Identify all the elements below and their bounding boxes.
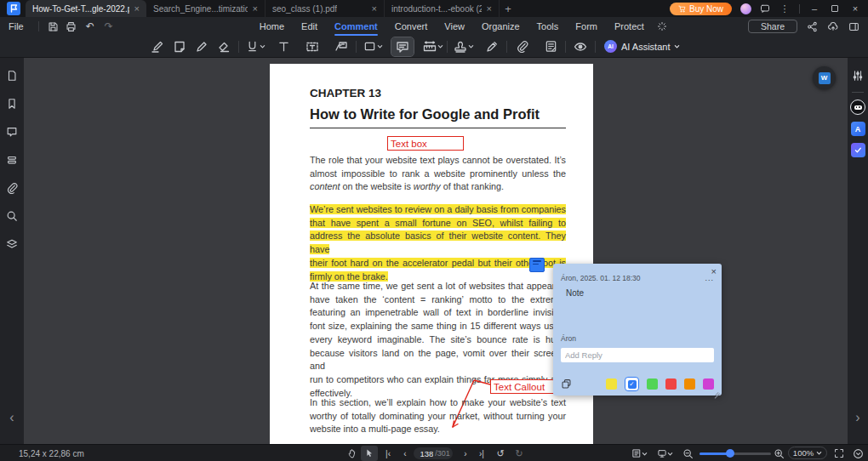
search-panel-icon[interactable] — [3, 207, 21, 225]
fullscreen-icon[interactable] — [831, 445, 848, 461]
comment-summary-tool-icon[interactable] — [540, 37, 562, 56]
shapes-caret-icon[interactable] — [377, 43, 383, 49]
attachments-panel-icon[interactable] — [3, 179, 21, 197]
textbox-annotation[interactable]: Text box — [387, 136, 464, 151]
ai-translate-icon[interactable]: A — [851, 122, 865, 136]
menu-view[interactable]: View — [436, 17, 473, 36]
minimize-button[interactable]: – — [808, 3, 820, 14]
pencil-tool-icon[interactable] — [191, 37, 213, 56]
maximize-button[interactable] — [829, 3, 841, 14]
undo-icon[interactable]: ↶ — [81, 20, 100, 32]
note-color-orange[interactable] — [684, 378, 695, 390]
previous-page-icon[interactable]: ‹ — [397, 445, 414, 461]
rotate-left-icon[interactable]: ↺ — [492, 445, 509, 461]
current-page-input[interactable] — [416, 449, 433, 458]
menu-organize[interactable]: Organize — [473, 17, 528, 36]
next-page-icon[interactable]: › — [457, 445, 474, 461]
text-callout-tool-icon[interactable] — [330, 37, 352, 56]
stamp-caret-icon[interactable] — [468, 43, 474, 49]
menu-comment[interactable]: Comment — [326, 17, 386, 36]
outline-panel-icon[interactable] — [3, 151, 21, 169]
menu-home[interactable]: Home — [251, 17, 293, 36]
comment-tool-icon[interactable] — [391, 37, 414, 56]
comments-panel-icon[interactable] — [3, 122, 21, 141]
note-color-red[interactable] — [665, 378, 677, 390]
collapse-right-rail-icon[interactable]: › — [848, 410, 868, 425]
copy-note-icon[interactable] — [561, 378, 572, 390]
hand-tool-icon[interactable] — [344, 445, 361, 461]
reply-input[interactable] — [561, 348, 714, 362]
note-color-blue-selected[interactable]: ✓ — [625, 377, 639, 391]
save-icon[interactable] — [45, 21, 62, 32]
signature-tool-icon[interactable] — [481, 37, 503, 56]
page-layout-caret-icon[interactable] — [640, 445, 648, 461]
collapse-statusbar-icon[interactable] — [849, 445, 866, 461]
measure-caret-icon[interactable] — [437, 43, 443, 49]
attachment-tool-icon[interactable] — [511, 37, 533, 56]
note-color-yellow[interactable] — [606, 378, 617, 390]
menu-form[interactable]: Form — [567, 17, 606, 36]
eraser-tool-icon[interactable] — [213, 37, 235, 56]
tab-document-2[interactable]: Search_Engine...timization.pdf × — [146, 0, 266, 17]
page-number-box[interactable]: /301 — [414, 447, 453, 459]
note-text[interactable]: Note — [566, 288, 584, 298]
rotate-right-icon[interactable]: ↻ — [511, 445, 528, 461]
reading-mode-caret-icon[interactable] — [665, 445, 674, 461]
text-callout-annotation[interactable]: Text Callout — [490, 379, 555, 394]
collapse-left-rail-icon[interactable]: ‹ — [0, 410, 24, 425]
redo-icon[interactable]: ↷ — [100, 20, 118, 32]
shapes-tool-icon[interactable] — [360, 37, 379, 56]
first-page-icon[interactable]: |‹ — [380, 445, 397, 461]
note-resize-handle[interactable] — [713, 387, 720, 394]
pdf-page[interactable]: CHAPTER 13 How to Write for Google and P… — [270, 64, 593, 444]
layers-panel-icon[interactable] — [3, 235, 21, 253]
share-button[interactable]: Share — [748, 20, 797, 33]
ai-chatbot-icon[interactable] — [850, 100, 865, 115]
panel-toggle-icon[interactable] — [848, 21, 859, 32]
thumbnails-panel-icon[interactable] — [3, 66, 21, 85]
measure-tool-icon[interactable] — [420, 37, 439, 56]
menu-edit[interactable]: Edit — [293, 17, 326, 36]
file-menu[interactable]: File — [0, 17, 32, 36]
app-menu-kebab-icon[interactable]: ⋮ — [779, 3, 791, 14]
sticky-note-popup[interactable]: × Áron, 2025. 01. 12 18:30 ... Note Áron… — [553, 264, 722, 396]
add-text-tool-icon[interactable] — [272, 37, 294, 56]
cloud-upload-icon[interactable] — [827, 21, 839, 32]
last-page-icon[interactable]: ›| — [473, 445, 490, 461]
app-logo-icon[interactable] — [7, 2, 20, 15]
bookmarks-panel-icon[interactable] — [3, 94, 21, 113]
floating-word-badge[interactable]: W — [813, 66, 836, 89]
highlight-tool-icon[interactable] — [146, 37, 168, 56]
tab-close-icon[interactable]: × — [487, 3, 492, 14]
underline-tool-icon[interactable] — [243, 37, 261, 56]
show-annotations-eye-icon[interactable] — [569, 37, 591, 56]
properties-sliders-icon[interactable] — [848, 66, 867, 85]
tab-close-icon[interactable]: × — [134, 3, 140, 14]
menu-tools[interactable]: Tools — [528, 17, 568, 36]
ai-assistant-button[interactable]: AI AI Assistant — [599, 40, 685, 53]
note-options-icon[interactable]: ... — [705, 274, 714, 282]
tab-document-1[interactable]: How-To-Get-T...gle-2022.pdf * × — [26, 0, 146, 17]
share-nodes-icon[interactable] — [807, 21, 818, 32]
whats-new-sparkle-icon[interactable] — [653, 21, 671, 31]
zoom-level-dropdown[interactable]: 100% — [788, 447, 827, 459]
zoom-slider-thumb[interactable] — [726, 449, 734, 458]
sticky-note-tool-icon[interactable] — [168, 37, 191, 56]
ai-proofread-icon[interactable] — [851, 143, 865, 157]
highlighted-paragraph[interactable]: We’re sent websites to review on a daily… — [310, 203, 566, 283]
menu-protect[interactable]: Protect — [606, 17, 653, 36]
zoom-slider-track[interactable] — [700, 452, 771, 455]
tab-document-3[interactable]: seo_class (1).pdf × — [266, 0, 385, 17]
text-box-tool-icon[interactable] — [301, 37, 323, 56]
tab-close-icon[interactable]: × — [372, 3, 377, 14]
menu-convert[interactable]: Convert — [386, 17, 437, 36]
zoom-in-icon[interactable] — [770, 445, 787, 461]
underline-caret-icon[interactable] — [260, 43, 266, 49]
close-window-button[interactable]: × — [849, 3, 861, 14]
feedback-icon[interactable] — [760, 3, 770, 14]
buy-now-button[interactable]: Buy Now — [670, 3, 732, 15]
user-avatar[interactable] — [740, 3, 751, 14]
select-tool-icon[interactable] — [361, 446, 378, 461]
zoom-out-icon[interactable] — [679, 445, 696, 461]
new-tab-button[interactable]: + — [500, 0, 517, 17]
